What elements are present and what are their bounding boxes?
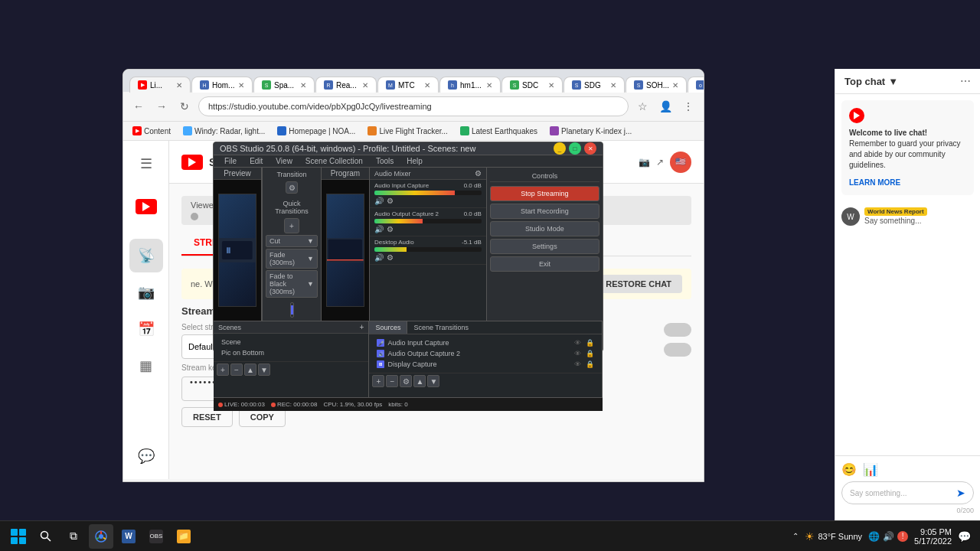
dvr-toggle[interactable] <box>664 323 691 337</box>
obs-exit-button[interactable]: Exit <box>490 256 599 272</box>
obs-transition-bar[interactable] <box>290 302 294 318</box>
tab-close-soh[interactable]: ✕ <box>672 81 678 90</box>
obs-sources-down-btn[interactable]: ▼ <box>427 375 439 387</box>
sidebar-item-feedback[interactable]: 💬 <box>129 439 163 473</box>
obs-stop-streaming-button[interactable]: Stop Streaming <box>490 186 599 201</box>
obs-menu-edit[interactable]: Edit <box>243 155 269 167</box>
chat-settings-icon[interactable]: ⋯ <box>960 75 971 87</box>
bookmark-windy[interactable]: Windy: Radar, light... <box>180 125 268 137</box>
sound-icon[interactable]: 🔊 <box>883 531 894 542</box>
bookmark-earthquake[interactable]: Latest Earthquakes <box>457 125 541 137</box>
obs-source-vis-1[interactable]: 👁 <box>574 339 581 347</box>
sidebar-menu-icon[interactable]: ☰ <box>129 147 163 181</box>
taskbar-taskview-button[interactable]: ⧉ <box>61 524 86 549</box>
chat-input-wrap[interactable]: Say something... ➤ <box>841 481 974 504</box>
browser-tab-mtc[interactable]: M MTC ✕ <box>377 77 439 93</box>
restore-chat-button[interactable]: RESTORE CHAT <box>595 275 682 293</box>
browser-tab-sdg[interactable]: S SDG ✕ <box>564 77 625 93</box>
chat-input-placeholder[interactable]: Say something... <box>850 489 952 497</box>
tab-close-spa[interactable]: ✕ <box>300 81 306 90</box>
sidebar-item-comments[interactable]: 📅 <box>129 312 163 346</box>
browser-tab-hml[interactable]: h hm1... ✕ <box>439 77 501 93</box>
tab-close-hom[interactable]: ✕ <box>238 81 244 90</box>
bookmark-flight[interactable]: Live Flight Tracker... <box>364 125 450 137</box>
tab-close-sdc[interactable]: ✕ <box>548 81 554 90</box>
taskbar-start-button[interactable] <box>6 524 31 549</box>
obs-quick-trans-add[interactable]: + <box>284 218 299 233</box>
obs-scene-item-1[interactable]: Scene <box>218 337 364 347</box>
tab-close-yt[interactable]: ✕ <box>176 81 182 90</box>
header-icon-create[interactable]: 📷 <box>639 157 650 168</box>
obs-source-lock-1[interactable]: 🔒 <box>586 339 594 347</box>
obs-scenes-up-btn[interactable]: ▲ <box>244 364 256 376</box>
obs-start-recording-button[interactable]: Start Recording <box>490 204 599 219</box>
obs-fade-dropdown[interactable]: Fade (300ms) ▼ <box>266 249 318 269</box>
obs-scenes-remove-btn[interactable]: − <box>230 364 243 376</box>
obs-source-vis-2[interactable]: 👁 <box>574 350 581 357</box>
obs-menu-file[interactable]: File <box>218 155 243 167</box>
browser-tab-owi[interactable]: o oWi... <box>688 77 704 93</box>
profile-button[interactable]: 👤 <box>656 97 675 116</box>
obs-settings-button[interactable]: Settings <box>490 239 599 254</box>
refresh-button[interactable]: ↻ <box>175 97 194 116</box>
obs-minimize-button[interactable]: _ <box>554 142 566 155</box>
browser-tab-spa[interactable]: S Spa... ✕ <box>253 77 315 93</box>
back-button[interactable]: ← <box>129 97 148 116</box>
taskbar-search-button[interactable] <box>34 524 58 549</box>
taskbar-app-obs[interactable]: OBS <box>144 524 168 549</box>
menu-button[interactable]: ⋮ <box>679 97 697 116</box>
browser-tab-hom[interactable]: H Hom... ✕ <box>191 77 253 93</box>
obs-menu-view[interactable]: View <box>270 155 299 167</box>
obs-cut-dropdown[interactable]: Cut ▼ <box>266 235 318 247</box>
obs-close-button[interactable]: ✕ <box>584 142 596 155</box>
obs-scenes-add-icon[interactable]: + <box>360 323 364 331</box>
chat-learn-more-link[interactable]: LEARN MORE <box>849 178 900 187</box>
taskbar-app-fileexplorer[interactable]: 📁 <box>172 524 196 549</box>
obs-audio-mute-3-icon[interactable]: 🔊 <box>374 253 384 262</box>
obs-fade-black-dropdown[interactable]: Fade to Black (300ms) ▼ <box>266 270 318 298</box>
obs-scenes-add-btn[interactable]: + <box>217 364 229 376</box>
browser-tab-sdc[interactable]: S SDC ✕ <box>501 77 563 93</box>
obs-menu-scene-collection[interactable]: Scene Collection <box>299 155 369 167</box>
chat-graph-icon[interactable]: 📊 <box>863 462 878 477</box>
obs-maximize-button[interactable]: □ <box>569 142 581 155</box>
obs-sources-tab-transitions[interactable]: Scene Transitions <box>407 321 475 334</box>
sidebar-item-live[interactable]: 📡 <box>129 239 163 272</box>
taskbar-app-word[interactable]: W <box>116 524 141 549</box>
forward-button[interactable]: → <box>152 97 171 116</box>
sidebar-item-subtitles[interactable]: ▦ <box>129 349 163 383</box>
obs-source-lock-3[interactable]: 🔒 <box>586 360 594 368</box>
header-avatar[interactable]: 🇺🇸 <box>670 152 691 173</box>
bookmark-content[interactable]: ▶ Content <box>129 125 174 137</box>
bookmark-button[interactable]: ☆ <box>633 97 652 116</box>
tab-close-sdg[interactable]: ✕ <box>610 81 616 90</box>
obs-sources-up-btn[interactable]: ▲ <box>413 375 426 387</box>
video360-toggle[interactable] <box>664 343 691 357</box>
chat-emoji-icon[interactable]: 😊 <box>841 462 857 477</box>
taskbar-up-arrow-icon[interactable]: ⌃ <box>792 532 799 540</box>
address-bar[interactable]: https://studio.youtube.com/video/pbXpg0J… <box>198 96 629 116</box>
tab-close-mtc[interactable]: ✕ <box>424 81 430 90</box>
bookmark-noaa[interactable]: Homepage | NOA... <box>274 125 358 137</box>
obs-sources-remove-btn[interactable]: − <box>386 375 398 387</box>
network-icon[interactable]: 🌐 <box>868 531 880 542</box>
obs-audio-settings-icon[interactable]: ⚙ <box>475 169 482 178</box>
obs-source-item-3[interactable]: 🖥 Display Capture 👁 🔒 <box>374 359 597 370</box>
browser-tab-yt[interactable]: ▶ Li... ✕ <box>129 77 191 93</box>
browser-tab-soh[interactable]: S SOH... ✕ <box>626 77 687 93</box>
obs-scene-item-2[interactable]: Pic on Bottom <box>218 347 364 358</box>
bookmark-planetary[interactable]: Planetary K-index j... <box>547 125 635 137</box>
obs-source-vis-3[interactable]: 👁 <box>574 360 581 368</box>
obs-audio-settings-3-icon[interactable]: ⚙ <box>387 253 394 262</box>
obs-sources-add-btn[interactable]: + <box>372 375 384 387</box>
taskbar-notification-icon[interactable]: 💬 <box>958 530 971 543</box>
obs-menu-tools[interactable]: Tools <box>370 155 400 167</box>
tab-close-rea[interactable]: ✕ <box>362 81 368 90</box>
header-icon-help[interactable]: ↗ <box>656 157 664 168</box>
browser-tab-rea[interactable]: R Rea... ✕ <box>315 77 377 93</box>
obs-menu-help[interactable]: Help <box>400 155 429 167</box>
obs-source-item-1[interactable]: 🎤 Audio Input Capture 👁 🔒 <box>374 337 597 348</box>
obs-audio-mute-2-icon[interactable]: 🔊 <box>374 225 384 233</box>
obs-scenes-down-btn[interactable]: ▼ <box>258 364 270 376</box>
taskbar-app-chrome[interactable] <box>89 524 113 549</box>
